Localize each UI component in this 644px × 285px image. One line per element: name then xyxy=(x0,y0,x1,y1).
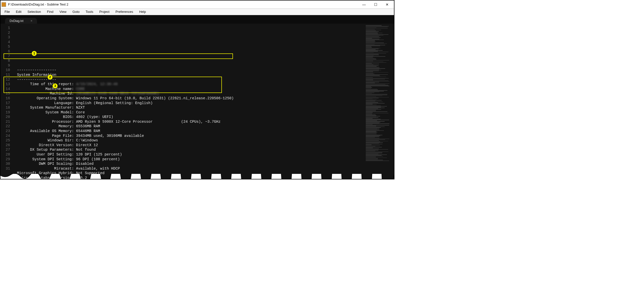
line-number: 24 xyxy=(2,134,10,138)
code-line: System DPI Setting: 96 DPI (100 percent) xyxy=(13,157,364,162)
code-line: DWM DPI Scaling: Disabled xyxy=(13,162,364,166)
maximize-button[interactable]: ☐ xyxy=(370,1,381,8)
titlebar: F:\Downloads\DxDiag.txt - Sublime Text 2… xyxy=(1,1,394,9)
redacted-text: {0CA0B121-4448-44A0-BB16-7CF16AF0A6DE} xyxy=(76,91,159,96)
redacted-text: CORE xyxy=(76,87,85,91)
tab-label: DxDiag.txt xyxy=(10,19,23,23)
tab-close-icon[interactable]: × xyxy=(30,19,32,23)
line-number: 6 xyxy=(2,49,10,54)
code-line: DX Setup Parameters: Not found xyxy=(13,147,364,152)
highlight-box-1 xyxy=(4,53,233,59)
line-number: 9 xyxy=(2,63,10,68)
code-line: BIOS: 4802 (type: UEFI) xyxy=(13,115,364,119)
code-area[interactable]: 1 2 3 ------------------ System Informat… xyxy=(13,24,364,179)
menu-selection[interactable]: Selection xyxy=(24,9,44,14)
line-number: 8 xyxy=(2,58,10,63)
line-number: 10 xyxy=(2,68,10,73)
code-line: Operating System: Windows 11 Pro 64-bit … xyxy=(13,96,364,101)
app-icon xyxy=(2,2,6,7)
callout-2: 2 xyxy=(47,74,53,80)
callout-3: 3 xyxy=(52,83,58,89)
line-number: 26 xyxy=(2,143,10,148)
line-number: 14 xyxy=(2,87,10,91)
close-button[interactable]: ✕ xyxy=(381,1,393,8)
code-line: Page File: 39434MB used, 30106MB availab… xyxy=(13,134,364,138)
redacted-text: 4/15/2024, 12:30:48 xyxy=(76,82,117,87)
menu-tools[interactable]: Tools xyxy=(83,9,96,14)
line-number: 12 xyxy=(2,77,10,82)
callout-1: 1 xyxy=(31,51,37,56)
line-number: 19 xyxy=(2,110,10,115)
line-number: 27 xyxy=(2,147,10,152)
menu-help[interactable]: Help xyxy=(136,9,149,14)
line-number: 20 xyxy=(2,115,10,119)
code-line: Time of this report: 4/15/2024, 12:30:48 xyxy=(13,82,364,87)
line-number: 17 xyxy=(2,101,10,106)
code-line: Memory: 65536MB RAM xyxy=(13,124,364,129)
line-number: 5 xyxy=(2,44,10,49)
line-number: 13 xyxy=(2,82,10,87)
line-number: 7 xyxy=(2,54,10,59)
code-line: Windows Dir: C:\Windows xyxy=(13,138,364,143)
code-line: System Model: Core xyxy=(13,110,364,115)
tab-dxdiag[interactable]: DxDiag.txt × xyxy=(5,18,37,24)
code-line: User DPI Setting: 120 DPI (125 percent) xyxy=(13,152,364,157)
code-line: ------------------ xyxy=(13,77,364,82)
line-number: 16 xyxy=(2,96,10,101)
torn-edge-decoration xyxy=(1,174,394,179)
code-line: Machine Id: {0CA0B121-4448-44A0-BB16-7CF… xyxy=(13,91,364,96)
tabbar: DxDiag.txt × xyxy=(1,15,394,24)
menu-file[interactable]: File xyxy=(2,9,13,14)
code-line: Machine name: CORE xyxy=(13,87,364,91)
line-number: 2 xyxy=(2,30,10,35)
window-title: F:\Downloads\DxDiag.txt - Sublime Text 2 xyxy=(8,3,358,6)
line-number: 31 xyxy=(2,166,10,171)
line-number: 4 xyxy=(2,40,10,45)
line-gutter: 1234567891011121314151617181920212223242… xyxy=(1,24,13,179)
code-line: Available OS Memory: 65446MB RAM xyxy=(13,129,364,134)
code-line: Miracast: Available, with HDCP xyxy=(13,166,364,171)
line-number: 3 xyxy=(2,35,10,40)
code-line: System Manufacturer: NZXT xyxy=(13,105,364,110)
menu-project[interactable]: Project xyxy=(96,9,112,14)
line-number: 25 xyxy=(2,138,10,143)
minimize-button[interactable]: — xyxy=(358,1,370,8)
line-number: 15 xyxy=(2,91,10,96)
line-number: 1 xyxy=(2,26,10,30)
line-number: 23 xyxy=(2,129,10,134)
line-number: 21 xyxy=(2,119,10,124)
menu-goto[interactable]: Goto xyxy=(69,9,83,14)
line-number: 29 xyxy=(2,157,10,162)
code-line: System Information xyxy=(13,73,364,77)
code-line: DirectX Version: DirectX 12 xyxy=(13,143,364,148)
line-number: 18 xyxy=(2,105,10,110)
line-number: 22 xyxy=(2,124,10,129)
line-number: 30 xyxy=(2,162,10,166)
window-controls: — ☐ ✕ xyxy=(358,1,393,8)
line-number: 28 xyxy=(2,152,10,157)
editor[interactable]: 1234567891011121314151617181920212223242… xyxy=(1,24,394,179)
minimap[interactable] xyxy=(364,24,394,179)
code-line: Processor: AMD Ryzen 9 5900X 12-Core Pro… xyxy=(13,119,364,124)
menu-preferences[interactable]: Preferences xyxy=(112,9,136,14)
code-line: Language: English (Regional Setting: Eng… xyxy=(13,101,364,106)
line-number: 11 xyxy=(2,73,10,77)
menu-find[interactable]: Find xyxy=(44,9,56,14)
menu-view[interactable]: View xyxy=(56,9,69,14)
app-window: F:\Downloads\DxDiag.txt - Sublime Text 2… xyxy=(0,0,394,179)
menubar: File Edit Selection Find View Goto Tools… xyxy=(1,9,394,15)
menu-edit[interactable]: Edit xyxy=(13,9,24,14)
code-line: ------------------ xyxy=(13,68,364,73)
minimap-content xyxy=(366,25,392,177)
